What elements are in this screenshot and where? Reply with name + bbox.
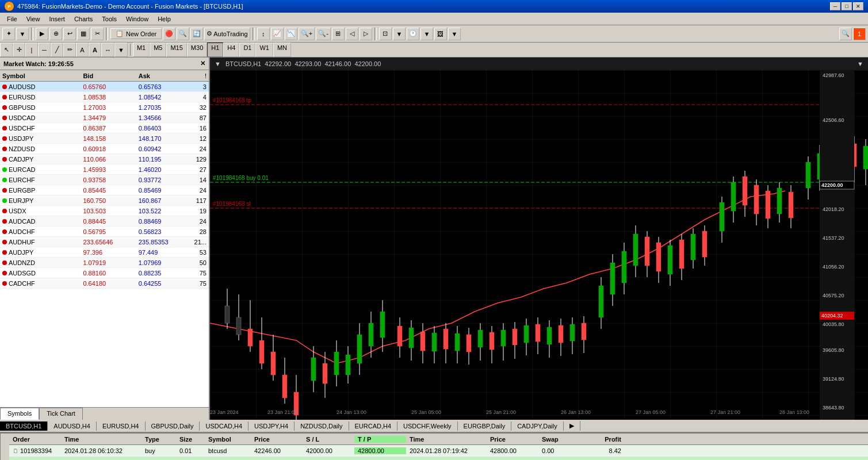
market-watch-row[interactable]: USDCHF 0.86387 0.86403 16 [0, 123, 209, 133]
draw-text[interactable]: A [76, 43, 89, 57]
draw-trendline[interactable]: ╱ [51, 43, 63, 57]
chart-tab-eurgbp[interactable]: EURGBP,Daily [458, 421, 512, 431]
toolbar-refresh[interactable]: 🔄 [190, 28, 203, 40]
market-watch-row[interactable]: USDJPY 148.158 148.170 12 [0, 133, 209, 144]
menu-charts[interactable]: Charts [70, 14, 97, 24]
chart-tab-more[interactable]: ▶ [564, 421, 580, 431]
market-watch-row[interactable]: USDX 103.503 103.522 19 [0, 206, 209, 216]
toolbar-zoom-out[interactable]: 🔍- [316, 28, 331, 40]
terminal-label[interactable]: Terminal [0, 434, 9, 460]
draw-cursor[interactable]: ↖ [0, 43, 13, 57]
menu-view[interactable]: View [22, 14, 45, 24]
chart-tab-eurcad[interactable]: EURCAD,H4 [349, 421, 398, 431]
market-watch-close[interactable]: ✕ [200, 60, 205, 67]
toolbar-zoom-in[interactable]: 🔍+ [299, 28, 315, 40]
tf-d1[interactable]: D1 [239, 43, 255, 57]
market-watch-row[interactable]: CADJPY 110.066 110.195 129 [0, 154, 209, 164]
menu-window[interactable]: Window [121, 14, 153, 24]
title-bar-controls[interactable]: ─ □ ✕ [830, 2, 863, 10]
tf-m5[interactable]: M5 [150, 43, 166, 57]
toolbar-btn11[interactable]: ▷ [360, 28, 372, 40]
draw-fib[interactable]: ↔ [101, 43, 114, 57]
maximize-button[interactable]: □ [842, 2, 852, 10]
market-watch-row[interactable]: EURUSD 1.08538 1.08542 4 [0, 92, 209, 102]
toolbar-screenshot[interactable]: 🖼 [434, 28, 447, 40]
market-watch-row[interactable]: USDCAD 1.34479 1.34566 87 [0, 113, 209, 123]
market-watch-row[interactable]: AUDHUF 233.65646 235.85353 21... [0, 237, 209, 247]
toolbar-btn7[interactable]: ↕ [257, 28, 270, 40]
toolbar-alert[interactable]: 1 [853, 28, 866, 40]
market-watch-row[interactable]: EURCAD 1.45993 1.46020 27 [0, 164, 209, 175]
toolbar-btn14[interactable]: ▼ [420, 28, 433, 40]
draw-hline[interactable]: ─ [38, 43, 51, 57]
draw-text-bold[interactable]: A [89, 43, 101, 57]
tf-h4[interactable]: H4 [223, 43, 239, 57]
market-watch-row[interactable]: EURGBP 0.85445 0.85469 24 [0, 185, 209, 195]
toolbar-buy[interactable]: 🔴 [163, 28, 175, 40]
draw-pen[interactable]: ✏ [63, 43, 76, 57]
toolbar-btn8[interactable]: 📈 [271, 28, 284, 40]
market-watch-row[interactable]: EURJPY 160.750 160.867 117 [0, 195, 209, 206]
market-watch-row[interactable]: AUDNZD 1.07919 1.07969 50 [0, 258, 209, 268]
toolbar-btn6[interactable]: ✂ [91, 28, 104, 40]
chart-tab-cadjpy[interactable]: CADJPY,Daily [511, 421, 564, 431]
toolbar-btn4[interactable]: ↩ [63, 28, 76, 40]
chart-tab-nzdusd[interactable]: NZDUSD,Daily [295, 421, 349, 431]
menu-file[interactable]: File [2, 14, 22, 24]
col-symbol[interactable]: Symbol [0, 72, 81, 79]
toolbar-btn2[interactable]: ▶ [36, 28, 48, 40]
tf-w1[interactable]: W1 [255, 43, 273, 57]
toolbar-btn13[interactable]: ▼ [393, 28, 406, 40]
market-watch-row[interactable]: AUDCHF 0.56795 0.56823 28 [0, 227, 209, 237]
toolbar-search-right[interactable]: 🔍 [839, 28, 852, 40]
toolbar-search[interactable]: 🔍 [177, 28, 189, 40]
market-watch-row[interactable]: AUDUSD 0.65760 0.65763 3 [0, 82, 209, 92]
tf-h1[interactable]: H1 [207, 43, 223, 57]
col-ask[interactable]: Ask [136, 72, 192, 79]
market-watch-row[interactable]: CADCHF 0.64180 0.64255 75 [0, 278, 209, 289]
toolbar-btn12[interactable]: ⊡ [379, 28, 392, 40]
col-bid[interactable]: Bid [81, 72, 136, 79]
toolbar-btn10[interactable]: ◁ [346, 28, 358, 40]
draw-vline[interactable]: | [25, 43, 38, 57]
menu-tools[interactable]: Tools [97, 14, 121, 24]
chart-tab-usdcad[interactable]: USDCAD,H4 [200, 421, 248, 431]
market-watch-row[interactable]: AUDJPY 97.396 97.449 53 [0, 247, 209, 258]
menu-help[interactable]: Help [153, 14, 175, 24]
tf-m15[interactable]: M15 [166, 43, 186, 57]
close-button[interactable]: ✕ [853, 2, 863, 10]
market-watch-row[interactable]: EURCHF 0.93758 0.93772 14 [0, 175, 209, 185]
market-watch-row[interactable]: AUDSGD 0.88160 0.88235 75 [0, 268, 209, 278]
minimize-button[interactable]: ─ [830, 2, 840, 10]
market-watch-row[interactable]: NZDUSD 0.60918 0.60942 24 [0, 144, 209, 154]
tf-m1[interactable]: M1 [133, 43, 150, 57]
tf-m30[interactable]: M30 [187, 43, 207, 57]
mw-tab-symbols[interactable]: Symbols [0, 408, 39, 420]
autotrading-button[interactable]: ⚙ AutoTrading [204, 28, 250, 40]
market-watch-row[interactable]: GBPUSD 1.27003 1.27035 32 [0, 102, 209, 113]
new-order-button[interactable]: 📋 New Order [110, 28, 162, 39]
market-watch-row[interactable]: AUDCAD 0.88445 0.88469 24 [0, 216, 209, 227]
toolbar-clock[interactable]: 🕐 [407, 28, 419, 40]
toolbar-btn9[interactable]: 📉 [285, 28, 297, 40]
mw-tab-tick[interactable]: Tick Chart [39, 408, 83, 420]
market-watch-title: Market Watch: 19:26:55 [3, 60, 74, 67]
chart-tab-eurusd[interactable]: EURUSD,H4 [97, 421, 146, 431]
draw-cross[interactable]: ✛ [13, 43, 25, 57]
toolbar-btn15[interactable]: ▼ [448, 28, 461, 40]
draw-more[interactable]: ▼ [114, 43, 128, 57]
menu-insert[interactable]: Insert [44, 14, 70, 24]
chart-tab-btcusd[interactable]: BTCUSD,H1 [0, 421, 48, 431]
tf-mn[interactable]: MN [273, 43, 291, 57]
chart-tab-usdchf[interactable]: USDCHF,Weekly [397, 421, 458, 431]
toolbar-btn3[interactable]: ⊕ [49, 28, 62, 40]
toolbar-grid[interactable]: ⊞ [332, 28, 345, 40]
chart-tab-gbpusd[interactable]: GBPUSD,Daily [146, 421, 200, 431]
chart-canvas-container[interactable]: #101984168 tp #101984168 buy 0.01 #10198… [210, 70, 868, 420]
chart-tab-audusd[interactable]: AUDUSD,H4 [48, 421, 97, 431]
chart-tab-usdjpy[interactable]: USDJPY,H4 [248, 421, 295, 431]
toolbar-new[interactable]: ✦ [2, 28, 15, 40]
toolbar-btn1[interactable]: ▼ [16, 28, 29, 40]
mw-symbol-text: AUDCAD [9, 218, 35, 225]
toolbar-btn5[interactable]: ▦ [77, 28, 90, 40]
